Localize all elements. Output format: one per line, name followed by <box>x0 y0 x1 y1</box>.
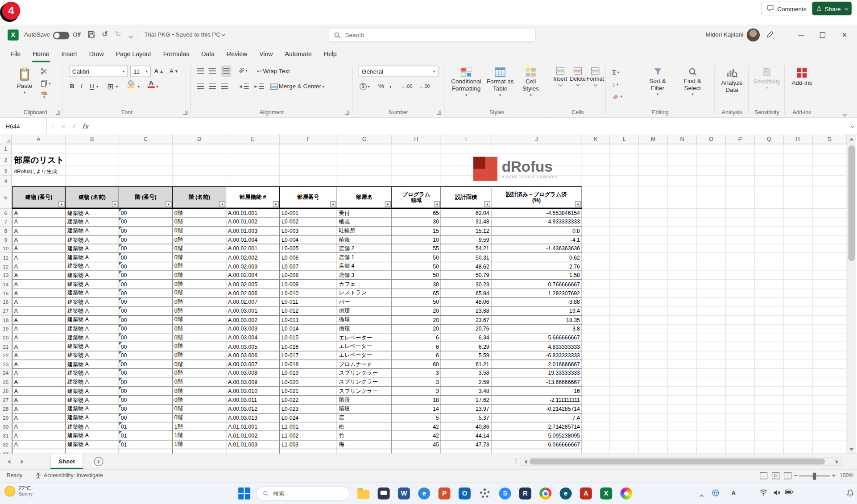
middle-align-button[interactable] <box>209 66 216 77</box>
cell-M28[interactable] <box>639 405 668 413</box>
italic-button[interactable]: I <box>80 81 82 92</box>
cell-C14[interactable]: 00 <box>119 280 173 289</box>
cell-D21[interactable]: 0階 <box>173 343 226 351</box>
column-header-P[interactable]: P <box>726 134 755 144</box>
cell-J7[interactable]: 4.933333333 <box>491 218 582 227</box>
cell-B7[interactable]: 建築物 A <box>66 218 119 227</box>
cell-E20[interactable]: A.00.03.004 <box>226 334 280 343</box>
row-header-30[interactable]: 30 <box>0 422 12 431</box>
cell-O10[interactable] <box>697 244 726 253</box>
filter-button[interactable]: ▾ <box>166 201 171 207</box>
cell-S17[interactable] <box>813 307 847 316</box>
menu-formulas[interactable]: Formulas <box>157 45 195 62</box>
cell-Q13[interactable] <box>755 271 784 280</box>
filter-button[interactable]: ▾ <box>484 201 490 207</box>
cell-H31[interactable]: 42 <box>392 431 441 440</box>
cell-L17[interactable] <box>610 307 639 316</box>
cell-A19[interactable]: A <box>12 325 66 334</box>
cell-B18[interactable]: 建築物 A <box>66 316 119 325</box>
font-color-button[interactable]: A <box>148 80 155 91</box>
cell-K25[interactable] <box>582 378 610 387</box>
cell-D19[interactable]: 0階 <box>173 325 226 334</box>
row-header-12[interactable]: 12 <box>0 262 12 271</box>
cell-E3[interactable] <box>226 166 280 176</box>
cell-Q25[interactable] <box>755 378 784 387</box>
taskbar-search-input[interactable] <box>273 490 343 497</box>
bold-button[interactable]: B <box>70 81 75 92</box>
cell-C15[interactable]: 00 <box>119 289 173 298</box>
cell-G13[interactable]: 店舗 3 <box>337 271 392 280</box>
cell-I31[interactable]: 44.14 <box>441 431 492 440</box>
cell-O27[interactable] <box>697 396 726 405</box>
cell-S7[interactable] <box>813 218 847 227</box>
cell-H9[interactable]: 10 <box>392 235 441 244</box>
menu-automate[interactable]: Automate <box>279 45 318 62</box>
cell-R12[interactable] <box>784 262 813 271</box>
column-header-O[interactable]: O <box>697 134 726 144</box>
cell-S25[interactable] <box>813 378 847 387</box>
cell-A4[interactable] <box>12 176 66 186</box>
cell-O28[interactable] <box>697 405 726 413</box>
cell-L14[interactable] <box>610 280 639 289</box>
cell-M22[interactable] <box>639 351 668 360</box>
cell-R10[interactable] <box>784 244 813 253</box>
cell-P25[interactable] <box>726 378 755 387</box>
cell-B25[interactable]: 建築物 A <box>66 378 119 387</box>
cell-F16[interactable]: L0-011 <box>280 298 337 307</box>
row-header-14[interactable]: 14 <box>0 280 12 289</box>
cell-S5[interactable] <box>813 186 847 209</box>
cell-D23[interactable]: 0階 <box>173 360 226 369</box>
cell-M16[interactable] <box>639 298 668 307</box>
cell-L24[interactable] <box>610 369 639 378</box>
cell-N2[interactable] <box>668 153 697 166</box>
cell-E6[interactable]: A.00.01.001 <box>226 209 280 218</box>
cell-P14[interactable] <box>726 280 755 289</box>
cell-K4[interactable] <box>582 176 610 186</box>
cell-L15[interactable] <box>610 289 639 298</box>
cell-D31[interactable]: 1階 <box>173 431 226 440</box>
cell-E8[interactable]: A.00.01.003 <box>226 227 280 235</box>
cell-E22[interactable]: A.00.03.006 <box>226 351 280 360</box>
cell-K20[interactable] <box>582 334 610 343</box>
cell-C24[interactable]: 00 <box>119 369 173 378</box>
cell-F26[interactable]: L0-021 <box>280 387 337 396</box>
name-box[interactable]: H644 <box>0 118 47 134</box>
cell-M6[interactable] <box>639 209 668 218</box>
cell-B1[interactable] <box>66 144 119 153</box>
cell-J20[interactable]: 5.666666667 <box>491 334 582 343</box>
cell-E14[interactable]: A.00.02.005 <box>226 280 280 289</box>
cell-O18[interactable] <box>697 316 726 325</box>
cell-O6[interactable] <box>697 209 726 218</box>
cell-M20[interactable] <box>639 334 668 343</box>
filter-button[interactable]: ▾ <box>58 201 64 207</box>
cell-I24[interactable]: 3.58 <box>441 369 492 378</box>
cell-R1[interactable] <box>784 144 813 153</box>
cell-P9[interactable] <box>726 235 755 244</box>
cell-L25[interactable] <box>610 378 639 387</box>
row-header-33[interactable]: 33 <box>0 449 12 454</box>
filter-button[interactable]: ▾ <box>112 201 118 207</box>
cell-H8[interactable]: 15 <box>392 227 441 235</box>
filter-button[interactable]: ▾ <box>273 201 278 207</box>
cell-N14[interactable] <box>668 280 697 289</box>
expand-formula-bar-button[interactable] <box>846 118 857 134</box>
cell-C31[interactable]: 01 <box>119 431 173 440</box>
cell-E18[interactable]: A.00.03.002 <box>226 316 280 325</box>
cell-P1[interactable] <box>726 144 755 153</box>
cell-F12[interactable]: L0-007 <box>280 262 337 271</box>
cell-F10[interactable]: L0-005 <box>280 244 337 253</box>
clear-button[interactable]: ▾ <box>612 91 622 102</box>
cell-Q2[interactable] <box>755 153 784 166</box>
cell-M23[interactable] <box>639 360 668 369</box>
cell-I30[interactable]: 40.86 <box>441 422 492 431</box>
cell-G26[interactable]: スプリンクラー <box>337 387 392 396</box>
taskbar-app-chrome[interactable] <box>538 486 553 500</box>
cell-G24[interactable]: スプリンクラー <box>337 369 392 378</box>
cell-R22[interactable] <box>784 351 813 360</box>
font-color-dropdown[interactable]: ▾ <box>156 81 158 92</box>
cell-S15[interactable] <box>813 289 847 298</box>
column-header-D[interactable]: D <box>173 134 226 144</box>
conditional-formatting-button[interactable]: Conditional Formatting▾ <box>449 65 483 97</box>
cell-G27[interactable]: 階段 <box>337 396 392 405</box>
cell-M21[interactable] <box>639 343 668 351</box>
